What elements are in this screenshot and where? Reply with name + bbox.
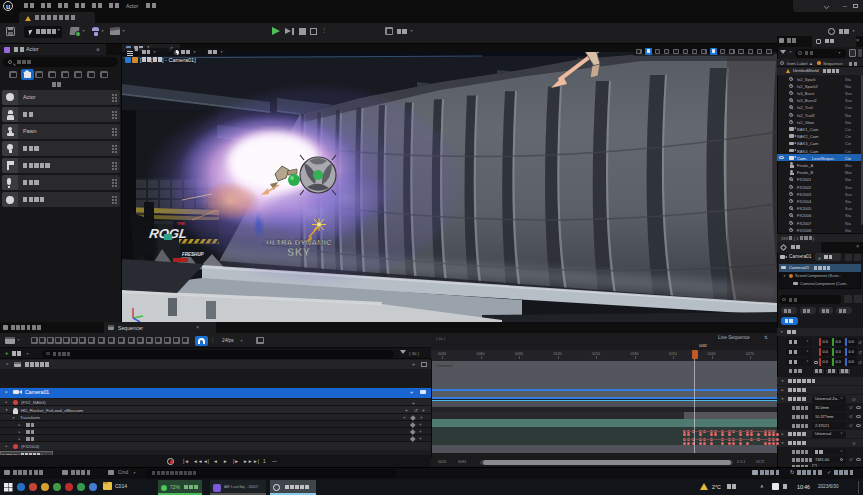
- svg-text:FRESHUP: FRESHUP: [182, 252, 205, 257]
- svg-text:ULTRA DYNAMIC: ULTRA DYNAMIC: [266, 238, 332, 247]
- svg-text:SKY: SKY: [287, 247, 311, 258]
